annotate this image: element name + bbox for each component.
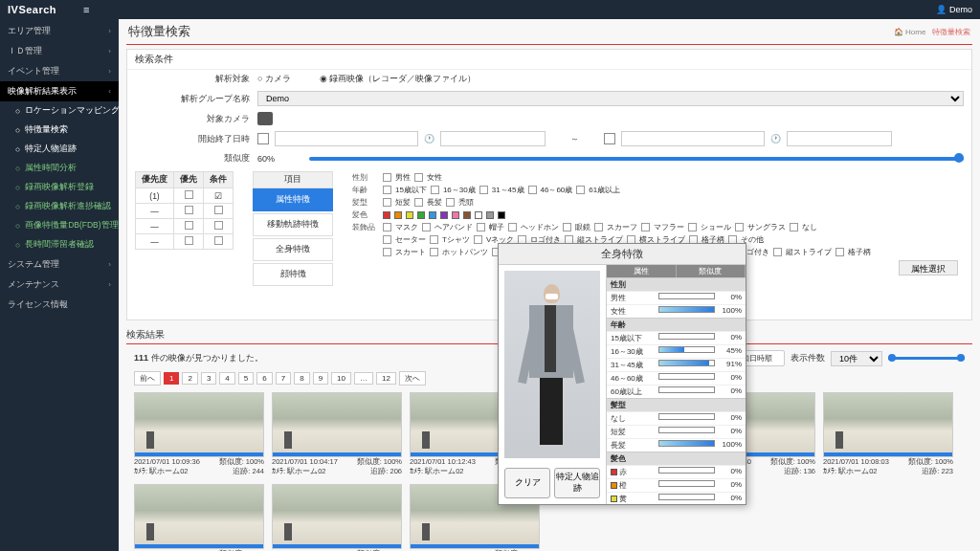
radio-camera[interactable]: ○ カメラ [257,73,291,85]
page-num[interactable]: 1 [164,372,179,385]
calendar-icon[interactable] [257,133,269,144]
modal-title: 全身特徴 [499,244,746,265]
label-group: 解析グループ名称 [135,93,250,105]
item-btn[interactable]: 全身特徴 [253,238,333,261]
clear-button[interactable]: クリア [504,468,550,498]
camera-icon[interactable] [257,112,273,125]
label-camera: 対象カメラ [135,113,250,125]
label-target: 解析対象 [135,73,250,85]
select-limit[interactable]: 10件 [831,351,882,366]
label-similarity: 類似度 [135,152,250,165]
sidebar-item[interactable]: エリア管理› [0,21,119,41]
topbar: IVSearch ≡ 👤 Demo [0,0,980,19]
result-card[interactable]: 2021/07/01 10:08:03類似度: 100%ｶﾒﾗ: 駅ホーム02追… [823,392,953,476]
label-datetime: 開始終了日時 [135,133,250,145]
page-num[interactable]: 4 [219,372,234,385]
sidebar-item[interactable]: ○ 特徴量検索 [0,121,119,140]
page-num[interactable]: 3 [201,372,216,385]
sidebar-item[interactable]: ライセンス情報 [0,295,119,315]
select-group[interactable]: Demo [257,91,964,106]
attr-select-button[interactable]: 属性選択 [899,260,958,276]
sidebar-item[interactable]: ○ 録画映像解析登録 [0,178,119,197]
sidebar-item[interactable]: ○ 画像特徴量DB(FDB)管理 [0,216,119,235]
item-column: 項目 属性特徴移動軌跡特徴全身特徴顔特徴 [253,171,333,288]
input-start-date[interactable] [275,131,418,146]
input-end-date[interactable] [621,131,765,146]
similarity-value: 60% [257,154,303,164]
page-num[interactable]: 5 [238,372,254,385]
user-label[interactable]: 👤 Demo [936,5,972,14]
result-slider[interactable] [888,357,965,360]
breadcrumb: 🏠 Home 特徴量検索 [894,27,970,37]
checkbox[interactable] [185,190,193,199]
result-card[interactable]: 2021/07/01 10:04:17類似度: 100%ｶﾒﾗ: 駅ホーム02追… [272,392,402,476]
fullbody-modal: 全身特徴 クリア 特定人物追跡 [498,243,746,505]
sidebar-item[interactable]: メンテナンス› [0,275,119,295]
input-start-time[interactable] [440,131,546,146]
item-btn[interactable]: 移動軌跡特徴 [253,213,333,236]
page-num[interactable]: 6 [256,372,272,385]
page-num[interactable]: 12 [376,372,396,385]
page-num[interactable]: 2 [182,372,197,385]
register-button[interactable]: 特定人物追跡 [554,468,600,498]
results-count: 111 件の映像が見つかりました。 [134,352,263,364]
result-card[interactable]: 2021/07/01 10:11:29類似度: 100%ｶﾒﾗ: 駅ホーム02追… [272,484,402,552]
crop-preview [499,265,606,464]
hamburger-icon[interactable]: ≡ [83,4,89,15]
radio-recorded[interactable]: ◉ 録画映像（レコーダ／映像ファイル） [320,73,477,85]
result-card[interactable]: 2021/07/01 10:09:36類似度: 100%ｶﾒﾗ: 駅ホーム02追… [134,392,264,476]
item-btn[interactable]: 属性特徴 [253,188,333,211]
section-title: 検索条件 [127,50,971,70]
sidebar-item[interactable]: ○ 属性時間分析 [0,159,119,178]
page-num[interactable]: … [354,372,373,385]
brand: IVSearch [8,4,56,15]
sidebar-item[interactable]: ＩＤ管理› [0,41,119,61]
page-num[interactable]: 8 [294,372,309,385]
sidebar: エリア管理›ＩＤ管理›イベント管理›映像解析結果表示‹○ ロケーションマッピング… [0,19,119,551]
page-title: 特徴量検索 [128,23,190,40]
sidebar-item[interactable]: ○ ロケーションマッピング [0,101,119,121]
calendar-icon[interactable] [604,133,615,144]
sidebar-item[interactable]: ○ 特定人物追跡 [0,140,119,159]
condition-table: 優先度優先条件 (1)☑ — — — [135,171,234,250]
sidebar-item[interactable]: ○ 録画映像解析進捗確認 [0,197,119,216]
main: 特徴量検索 🏠 Home 特徴量検索 検索条件 解析対象 ○ カメラ ◉ 録画映… [119,19,980,551]
sidebar-item[interactable]: システム管理› [0,254,119,275]
page-num[interactable]: 9 [313,372,328,385]
attribute-table[interactable]: 属性類似度 性別男性0%女性100%年齢15歳以下0%16～30歳45%31～4… [606,265,746,504]
sidebar-item[interactable]: イベント管理› [0,61,119,81]
result-card[interactable]: 2021/07/01 10:09:15類似度: 100%ｶﾒﾗ: 駅ホーム02追… [134,484,264,552]
similarity-slider[interactable] [309,157,964,161]
sidebar-item[interactable]: 映像解析結果表示‹ [0,81,119,101]
page-num[interactable]: 7 [276,372,291,385]
sidebar-item[interactable]: ○ 長時間滞留者確認 [0,235,119,254]
page-num[interactable]: 10 [331,372,351,385]
input-end-time[interactable] [787,131,892,146]
item-btn[interactable]: 顔特徴 [253,263,333,286]
